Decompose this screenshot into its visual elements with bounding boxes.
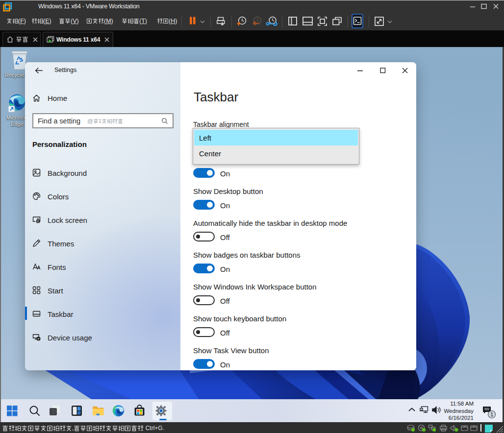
svg-text:1: 1 [490,411,493,417]
